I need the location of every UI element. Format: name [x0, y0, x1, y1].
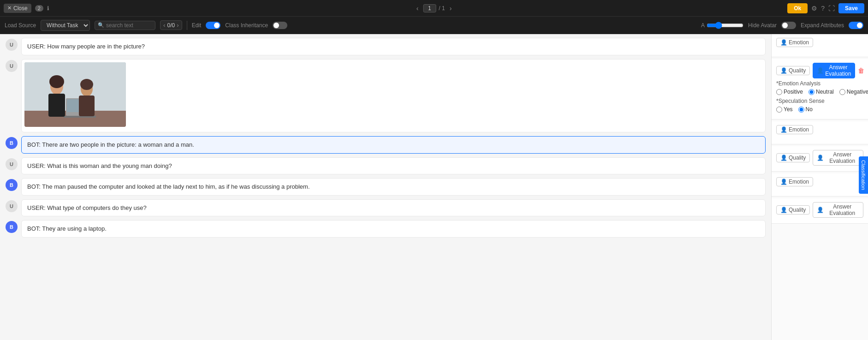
close-button[interactable]: ✕ Close	[4, 4, 31, 13]
answer-eval-label-6: Answer Evaluation	[825, 203, 859, 216]
hide-avatar-label: Hide Avatar	[748, 22, 777, 29]
edit-toggle[interactable]	[206, 22, 220, 29]
top-bar: ✕ Close 2 ℹ ‹ / 1 › Ok ⚙ ? ⛶ Save	[0, 0, 868, 17]
load-source-select[interactable]: Without Task	[41, 20, 90, 31]
message-bubble-1[interactable]: USER: How many people are in the picture…	[21, 38, 766, 55]
emotion-icon-5: 👤	[780, 179, 787, 185]
avatar-b-7: B	[6, 221, 18, 233]
page-input[interactable]	[423, 4, 436, 12]
expand-icon[interactable]: ⛶	[828, 5, 835, 12]
toolbar: Load Source Without Task 🔍 ‹ 0/0 › Edit …	[0, 17, 868, 34]
quality-button-4[interactable]: 👤 Quality	[776, 153, 810, 162]
expand-attributes-label: Expand Attributes	[801, 22, 844, 29]
speculation-radio-group: Yes No	[776, 106, 863, 113]
speculation-yes-radio[interactable]	[776, 107, 782, 113]
quality-label-2: Quality	[789, 67, 806, 74]
message-bubble-3[interactable]: BOT: There are two people in the picture…	[21, 136, 766, 154]
delete-icon-2[interactable]: 🗑	[858, 67, 864, 74]
answer-eval-icon-4: 👤	[817, 155, 824, 161]
speculation-yes-option[interactable]: Yes	[776, 106, 793, 113]
svg-point-8	[49, 75, 64, 88]
quality-icon-2: 👤	[780, 67, 787, 74]
speculation-no-option[interactable]: No	[798, 106, 813, 113]
avatar-u-4: U	[6, 158, 18, 170]
speculation-no-radio[interactable]	[798, 107, 804, 113]
help-icon[interactable]: ?	[821, 5, 825, 12]
nav-prev-button[interactable]: ‹	[415, 4, 421, 13]
hide-avatar-toggle-switch[interactable]	[781, 22, 796, 29]
avatar-u-6: U	[6, 200, 18, 212]
settings-icon[interactable]: ⚙	[811, 5, 817, 12]
expand-attributes-toggle[interactable]	[849, 22, 863, 29]
answer-eval-button-6[interactable]: 👤 Answer Evaluation	[813, 202, 863, 218]
counter-value: 0/0	[167, 22, 175, 29]
message-bubble-5[interactable]: BOT: The man paused the computer and loo…	[21, 178, 766, 196]
font-size-control: A	[701, 22, 743, 29]
message-bubble-2[interactable]	[21, 59, 766, 133]
emotion-neutral-option[interactable]: Neutral	[809, 89, 834, 95]
message-row-5: B BOT: The man paused the computer and l…	[6, 178, 766, 196]
emotion-negative-option[interactable]: Negative	[839, 89, 868, 95]
emotion-negative-label: Negative	[847, 89, 868, 95]
answer-eval-button-4[interactable]: 👤 Answer Evaluation	[813, 150, 863, 166]
message-bubble-4[interactable]: USER: What is this woman and the young m…	[21, 157, 766, 175]
font-size-slider[interactable]	[707, 22, 743, 29]
emotion-label-3: Emotion	[789, 126, 809, 133]
svg-rect-7	[48, 94, 65, 117]
counter-next-button[interactable]: ›	[177, 22, 178, 29]
load-source-label: Load Source	[5, 22, 36, 29]
speculation-required-star: *	[776, 98, 779, 104]
top-bar-left: ✕ Close 2 ℹ	[4, 4, 49, 13]
expand-attributes-toggle-switch[interactable]	[849, 22, 863, 29]
rp-btn-row-4: 👤 Quality 👤 Answer Evaluation	[776, 150, 863, 166]
emotion-positive-radio[interactable]	[776, 89, 782, 95]
quality-label-4: Quality	[789, 155, 806, 161]
class-inheritance-toggle-switch[interactable]	[273, 22, 287, 29]
toolbar-right: A Hide Avatar Expand Attributes	[701, 22, 863, 29]
message-text-7: BOT: They are using a laptop.	[27, 225, 107, 232]
quality-button-2[interactable]: 👤 Quality	[776, 66, 810, 75]
emotion-button-1[interactable]: 👤 Emotion	[776, 38, 813, 47]
emotion-neutral-radio[interactable]	[809, 89, 814, 95]
save-button[interactable]: Save	[838, 3, 864, 13]
page-total: / 1	[439, 5, 445, 12]
right-panel: Classification 👤 Emotion 👤 Quality 👤 Ans…	[771, 34, 868, 340]
emotion-label-1: Emotion	[789, 39, 809, 46]
ok-button[interactable]: Ok	[787, 3, 808, 13]
badge-count: 2	[35, 5, 43, 12]
answer-eval-label-2: Answer Evaluation	[825, 64, 851, 77]
rp-card-1: 👤 Emotion	[772, 34, 868, 57]
emotion-button-5[interactable]: 👤 Emotion	[776, 177, 813, 186]
message-bubble-7[interactable]: BOT: They are using a laptop.	[21, 220, 766, 238]
message-row-1: U USER: How many people are in the pictu…	[6, 38, 766, 55]
classification-tab[interactable]: Classification	[859, 156, 868, 194]
emotion-negative-radio[interactable]	[839, 89, 845, 95]
emotion-positive-label: Positive	[784, 89, 803, 95]
message-bubble-6[interactable]: USER: What type of computers do they use…	[21, 199, 766, 217]
emotion-label-5: Emotion	[789, 179, 809, 185]
message-row-6: U USER: What type of computers do they u…	[6, 199, 766, 217]
divider-1	[187, 21, 187, 30]
nav-next-button[interactable]: ›	[448, 4, 454, 13]
quality-icon-6: 👤	[780, 207, 787, 213]
quality-button-6[interactable]: 👤 Quality	[776, 205, 810, 215]
emotion-analysis-required-star: *	[776, 80, 779, 87]
answer-eval-icon-6: 👤	[817, 207, 824, 213]
quality-label-6: Quality	[789, 207, 806, 213]
emotion-button-3[interactable]: 👤 Emotion	[776, 125, 813, 134]
counter-prev-button[interactable]: ‹	[163, 22, 165, 29]
message-text-5: BOT: The man paused the computer and loo…	[27, 183, 310, 190]
hide-avatar-toggle[interactable]	[781, 22, 796, 29]
rp-btn-row-5: 👤 Emotion	[776, 177, 863, 186]
info-icon[interactable]: ℹ	[47, 5, 49, 12]
answer-eval-label-4: Answer Evaluation	[825, 151, 859, 164]
class-inheritance-toggle[interactable]	[273, 22, 287, 29]
edit-toggle-switch[interactable]	[206, 22, 220, 29]
message-row-7: B BOT: They are using a laptop.	[6, 220, 766, 238]
search-input[interactable]	[106, 22, 152, 29]
answer-eval-button-2[interactable]: 👤 Answer Evaluation	[813, 63, 855, 78]
emotion-positive-option[interactable]: Positive	[776, 89, 803, 95]
message-row-4: U USER: What is this woman and the young…	[6, 157, 766, 175]
svg-rect-10	[79, 95, 95, 116]
chat-image	[24, 62, 126, 127]
